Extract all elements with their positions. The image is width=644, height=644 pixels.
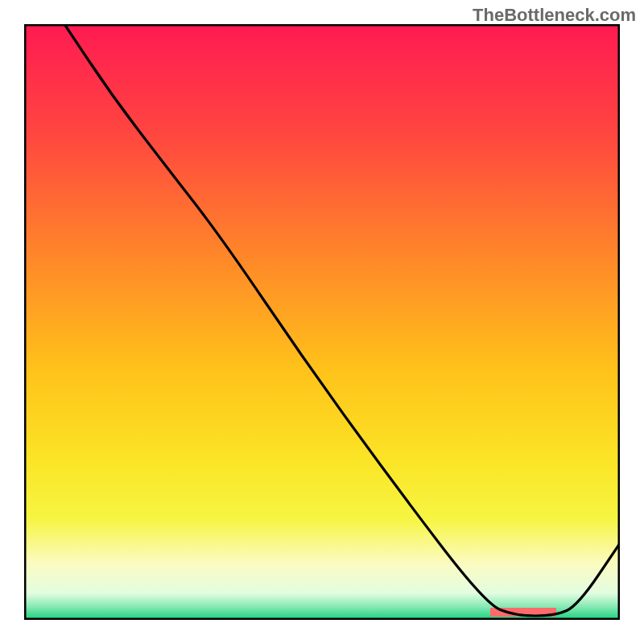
plot-area [24, 24, 620, 620]
chart-container: TheBottleneck.com [0, 0, 644, 644]
attribution-label: TheBottleneck.com [473, 5, 636, 26]
chart-background [24, 24, 620, 620]
chart-svg [24, 24, 620, 620]
